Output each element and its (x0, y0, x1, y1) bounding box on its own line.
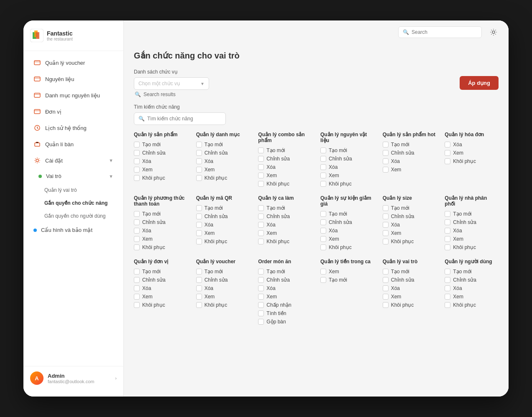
perm-checkbox[interactable] (320, 228, 326, 234)
perm-checkbox[interactable] (383, 214, 389, 219)
perm-checkbox[interactable] (196, 158, 202, 164)
perm-checkbox[interactable] (320, 147, 326, 153)
filter-select[interactable]: Chọn một chức vụ ▼ (134, 77, 209, 90)
sidebar-item-nguyen-lieu[interactable]: Nguyên liệu (27, 71, 120, 87)
perm-checkbox[interactable] (196, 214, 202, 219)
sidebar-item-don-vi[interactable]: Đơn vị (27, 104, 120, 120)
sidebar-item-lich-su[interactable]: Lịch sử hệ thống (27, 120, 120, 136)
perm-checkbox[interactable] (134, 158, 140, 164)
perm-checkbox[interactable] (134, 167, 140, 173)
perm-checkbox[interactable] (258, 205, 264, 211)
func-search-box[interactable]: 🔍 (134, 112, 226, 125)
perm-checkbox[interactable] (383, 142, 389, 147)
sidebar-sub-quan-ly-vai-tro[interactable]: Quản lý vai trò (27, 184, 120, 196)
perm-checkbox[interactable] (196, 269, 202, 275)
perm-checkbox[interactable] (134, 236, 140, 242)
perm-checkbox[interactable] (258, 181, 264, 187)
perm-checkbox[interactable] (445, 294, 450, 300)
perm-checkbox[interactable] (196, 285, 202, 291)
perm-checkbox[interactable] (134, 228, 140, 234)
perm-checkbox[interactable] (258, 214, 264, 219)
perm-checkbox[interactable] (383, 302, 389, 308)
perm-checkbox[interactable] (134, 211, 140, 217)
perm-checkbox[interactable] (445, 219, 450, 225)
perm-checkbox[interactable] (258, 310, 264, 316)
perm-checkbox[interactable] (258, 302, 264, 308)
perm-checkbox[interactable] (320, 181, 326, 187)
perm-checkbox[interactable] (445, 211, 450, 217)
perm-checkbox[interactable] (258, 147, 264, 153)
topbar-search-input[interactable] (412, 29, 477, 35)
perm-checkbox[interactable] (196, 230, 202, 236)
perm-checkbox[interactable] (445, 228, 450, 234)
perm-checkbox[interactable] (134, 294, 140, 300)
perm-checkbox[interactable] (320, 173, 326, 178)
sidebar-user[interactable]: A Admin fantastic@outlook.com › (23, 366, 123, 390)
perm-checkbox[interactable] (383, 167, 389, 173)
perm-checkbox[interactable] (134, 302, 140, 308)
perm-checkbox[interactable] (320, 269, 326, 275)
perm-checkbox[interactable] (134, 142, 140, 147)
perm-checkbox[interactable] (258, 239, 264, 244)
apply-button[interactable]: Áp dụng (460, 76, 499, 90)
perm-checkbox[interactable] (258, 173, 264, 178)
perm-checkbox[interactable] (383, 277, 389, 283)
perm-checkbox[interactable] (258, 277, 264, 283)
perm-checkbox[interactable] (196, 150, 202, 156)
perm-checkbox[interactable] (196, 222, 202, 228)
perm-checkbox[interactable] (383, 239, 389, 244)
global-search-box[interactable]: 🔍 (398, 26, 482, 38)
perm-checkbox[interactable] (383, 269, 389, 275)
perm-checkbox[interactable] (134, 244, 140, 250)
sidebar-vai-tro-header[interactable]: Vai trò ▼ (27, 169, 120, 183)
perm-checkbox[interactable] (258, 294, 264, 300)
perm-checkbox[interactable] (383, 150, 389, 156)
perm-checkbox[interactable] (134, 175, 140, 181)
perm-checkbox[interactable] (320, 277, 326, 283)
topbar-settings-btn[interactable] (487, 25, 500, 39)
perm-checkbox[interactable] (196, 205, 202, 211)
perm-checkbox[interactable] (196, 167, 202, 173)
perm-checkbox[interactable] (258, 156, 264, 162)
perm-checkbox[interactable] (196, 142, 202, 147)
perm-checkbox[interactable] (258, 269, 264, 275)
sidebar-cau-hinh-header[interactable]: Cấu hình và bảo mật (27, 223, 120, 237)
perm-checkbox[interactable] (320, 211, 326, 217)
perm-checkbox[interactable] (134, 150, 140, 156)
perm-checkbox[interactable] (258, 230, 264, 236)
sidebar-sub-gan-quyen-nguoi-dung[interactable]: Gắn quyền cho người dùng (27, 210, 120, 222)
perm-checkbox[interactable] (196, 277, 202, 283)
perm-checkbox[interactable] (258, 319, 264, 325)
perm-checkbox[interactable] (383, 205, 389, 211)
perm-checkbox[interactable] (445, 142, 450, 147)
func-search-input[interactable] (147, 116, 221, 122)
perm-checkbox[interactable] (134, 285, 140, 291)
perm-checkbox[interactable] (445, 158, 450, 164)
perm-checkbox[interactable] (196, 302, 202, 308)
perm-checkbox[interactable] (445, 236, 450, 242)
perm-checkbox[interactable] (196, 239, 202, 244)
perm-checkbox[interactable] (445, 244, 450, 250)
perm-checkbox[interactable] (445, 150, 450, 156)
sidebar-item-quan-li-ban[interactable]: Quản lí bàn (27, 136, 120, 152)
perm-checkbox[interactable] (320, 156, 326, 162)
perm-checkbox[interactable] (383, 285, 389, 291)
perm-checkbox[interactable] (320, 164, 326, 170)
perm-checkbox[interactable] (320, 244, 326, 250)
perm-checkbox[interactable] (134, 277, 140, 283)
sidebar-item-danh-muc[interactable]: Danh mục nguyên liệu (27, 87, 120, 103)
perm-checkbox[interactable] (445, 277, 450, 283)
perm-checkbox[interactable] (134, 269, 140, 275)
perm-checkbox[interactable] (320, 219, 326, 225)
perm-checkbox[interactable] (383, 294, 389, 300)
sidebar-item-voucher[interactable]: Quản lý voucher (27, 55, 120, 71)
perm-checkbox[interactable] (196, 175, 202, 181)
perm-checkbox[interactable] (320, 236, 326, 242)
perm-checkbox[interactable] (383, 158, 389, 164)
perm-checkbox[interactable] (445, 302, 450, 308)
perm-checkbox[interactable] (258, 222, 264, 228)
perm-checkbox[interactable] (258, 285, 264, 291)
perm-checkbox[interactable] (134, 219, 140, 225)
perm-checkbox[interactable] (383, 230, 389, 236)
perm-checkbox[interactable] (258, 164, 264, 170)
